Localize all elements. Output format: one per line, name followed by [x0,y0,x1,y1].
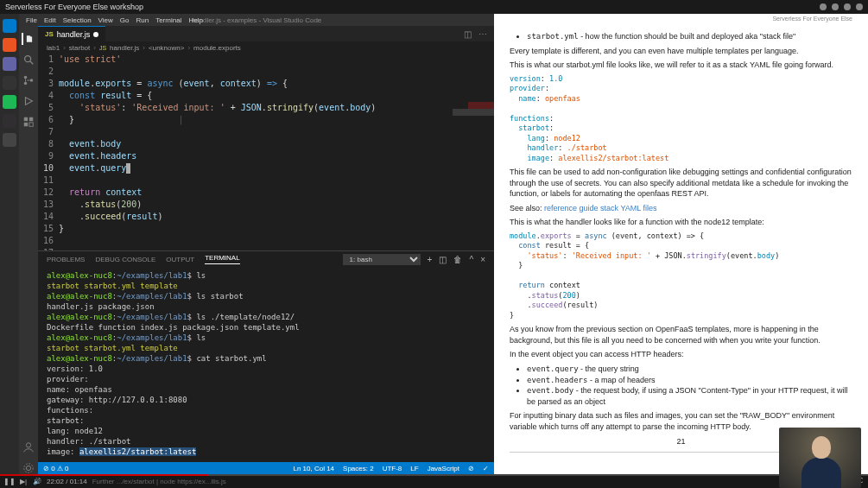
doc-link-yaml-reference[interactable]: reference guide stack YAML files [544,204,656,212]
activity-account-icon[interactable] [22,441,35,453]
video-player-bar: ❚❚ ▶| 🔊 22:02 / 01:14 Further .../ex/sta… [0,474,868,488]
doc-paragraph: This is what the handler looks like for … [510,217,852,228]
vscode-window: File Edit Selection View Go Run Terminal… [19,14,494,474]
doc-paragraph: This is what our starbot.yml file looks … [510,60,852,71]
more-actions-icon[interactable]: ⋯ [478,29,487,39]
terminal-close-icon[interactable]: × [480,255,485,264]
activity-extensions-icon[interactable] [22,116,35,128]
tab-label: handler.js [57,30,91,39]
menu-terminal[interactable]: Terminal [155,16,181,24]
svg-point-12 [24,464,34,473]
minimap[interactable] [453,54,494,250]
status-encoding[interactable]: UTF-8 [383,465,402,472]
menu-help[interactable]: Help [188,16,202,24]
editor-tabs: JS handler.js ◫ ⋯ [38,26,494,41]
status-cursor[interactable]: Ln 10, Col 14 [293,465,334,472]
bottom-panel: PROBLEMS DEBUG CONSOLE OUTPUT TERMINAL 1… [38,250,494,462]
menu-selection[interactable]: Selection [63,16,92,24]
dock-app-chat[interactable] [3,57,16,71]
doc-list: event.query - the query string event.hea… [527,364,852,407]
status-feedback-icon[interactable]: ⊘ [468,465,474,472]
terminal-shell-select[interactable]: 1: bash [343,254,421,265]
terminal[interactable]: alex@alex-nuc8:~/examples/lab1$ lsstarbo… [38,267,494,462]
svg-rect-9 [29,123,33,126]
activity-debug-icon[interactable] [22,95,35,107]
doc-paragraph: See also: reference guide stack YAML fil… [510,203,852,214]
svg-marker-5 [26,98,33,105]
code-editor[interactable]: 1234567891011121314151617 'use strict' m… [38,54,453,250]
panel-tab-problems[interactable]: PROBLEMS [47,256,85,263]
time-display: 22:02 / 01:14 [47,478,87,485]
svg-point-0 [25,56,31,62]
code-content: 'use strict' module.exports = async (eve… [59,54,453,250]
vscode-menu: File Edit Selection View Go Run Terminal… [26,16,203,24]
dock-app-obs[interactable] [3,114,16,128]
os-dock [0,14,19,474]
play-pause-button[interactable]: ❚❚ [5,477,14,485]
terminal-add-icon[interactable]: + [428,255,433,264]
next-button[interactable]: ▶| [19,477,28,485]
status-errors[interactable]: ⊘ 0 ⚠ 0 [43,465,69,472]
menu-run[interactable]: Run [136,16,149,24]
webcam-overlay [779,428,861,488]
terminal-split-icon[interactable]: ◫ [439,255,447,264]
activity-settings-icon[interactable] [22,462,35,474]
tab-dirty-icon [93,32,98,37]
dock-app-misc[interactable] [3,133,16,147]
activity-bar [19,26,38,474]
tab-handler-js[interactable]: JS handler.js [38,26,105,41]
dock-app-terminal[interactable] [3,76,16,90]
dock-app-vscode[interactable] [3,19,16,33]
status-bar: ⊘ 0 ⚠ 0 Ln 10, Col 14 Spaces: 2 UTF-8 LF… [38,462,494,474]
battery-icon[interactable] [844,3,851,10]
doc-paragraph: This file can be used to add non-configu… [510,167,852,200]
svg-point-3 [24,82,28,86]
vscode-titlebar: File Edit Selection View Go Run Terminal… [19,14,494,26]
status-language[interactable]: JavaScript [428,465,459,472]
volume-icon[interactable]: 🔊 [33,477,41,485]
status-prettier-icon[interactable]: ✓ [483,465,489,472]
terminal-maximize-icon[interactable]: ^ [469,255,473,264]
dock-app-green[interactable] [3,95,16,109]
menu-file[interactable]: File [26,16,37,24]
os-top-bar: Serverless For Everyone Else workshop [0,0,868,14]
doc-list-item: starbot.yml starbot.yml - how the functi… [527,31,852,42]
dock-app-files[interactable] [3,38,16,52]
vscode-window-title: handler.js - examples - Visual Studio Co… [192,16,322,24]
power-icon[interactable] [856,3,863,10]
status-eol[interactable]: LF [410,465,418,472]
volume-icon[interactable] [832,3,839,10]
window-title: Serverless For Everyone Else workshop [5,3,143,11]
svg-point-10 [26,443,30,447]
svg-point-11 [26,466,30,470]
menu-edit[interactable]: Edit [44,16,56,24]
wifi-icon[interactable] [820,3,827,10]
activity-scm-icon[interactable] [22,74,35,86]
svg-line-1 [30,61,34,65]
svg-rect-6 [24,117,28,121]
panel-tab-debug[interactable]: DEBUG CONSOLE [95,256,155,263]
doc-code-yaml: version: 1.0 provider: name: openfaas fu… [510,74,852,163]
js-file-icon: JS [45,30,54,38]
terminal-trash-icon[interactable]: 🗑 [453,255,462,264]
doc-code-js: module.exports = async (event, context) … [510,231,852,320]
panel-tab-output[interactable]: OUTPUT [166,256,194,263]
status-indent[interactable]: Spaces: 2 [343,465,374,472]
svg-rect-7 [29,117,33,121]
panel-tab-terminal[interactable]: TERMINAL [205,254,239,264]
breadcrumb[interactable]: lab1› starbot› JS handler.js› <unknown>›… [38,41,494,54]
svg-rect-8 [24,123,28,126]
menu-go[interactable]: Go [120,16,130,24]
line-gutter: 1234567891011121314151617 [38,54,59,250]
doc-paragraph: As you know from the previous section on… [510,324,852,345]
menu-view[interactable]: View [98,16,113,24]
svg-point-2 [24,76,28,79]
now-playing-title: Further .../ex/starbot | node https://ex… [92,478,226,485]
split-editor-icon[interactable]: ◫ [464,29,472,39]
activity-explorer-icon[interactable] [22,33,34,45]
document-panel[interactable]: Serverless For Everyone Else starbot.yml… [494,14,868,474]
svg-point-4 [30,79,34,82]
activity-search-icon[interactable] [22,54,35,66]
progress-bar[interactable] [0,474,868,476]
doc-paragraph: In the event object you can access HTTP … [510,349,852,360]
